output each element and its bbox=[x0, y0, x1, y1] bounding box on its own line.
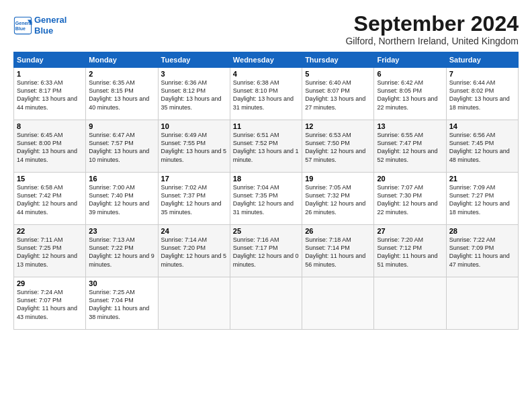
calendar-cell bbox=[230, 277, 302, 330]
day-info: Sunrise: 6:45 AMSunset: 8:00 PMDaylight:… bbox=[17, 131, 83, 164]
day-info: Sunrise: 6:40 AMSunset: 8:07 PMDaylight:… bbox=[305, 79, 371, 111]
day-number: 29 bbox=[17, 279, 83, 287]
calendar-cell: 22Sunrise: 7:11 AMSunset: 7:25 PMDayligh… bbox=[14, 225, 86, 277]
day-number: 10 bbox=[161, 122, 227, 130]
day-info: Sunrise: 6:36 AMSunset: 8:12 PMDaylight:… bbox=[161, 79, 227, 111]
calendar-cell: 7Sunrise: 6:44 AMSunset: 8:02 PMDaylight… bbox=[446, 68, 518, 120]
logo-line2: Blue bbox=[34, 26, 66, 36]
calendar-cell: 27Sunrise: 7:20 AMSunset: 7:12 PMDayligh… bbox=[374, 225, 446, 277]
day-info: Sunrise: 7:14 AMSunset: 7:20 PMDaylight:… bbox=[161, 236, 227, 269]
logo: General Blue General Blue bbox=[13, 15, 66, 36]
calendar-cell: 5Sunrise: 6:40 AMSunset: 8:07 PMDaylight… bbox=[302, 68, 374, 120]
day-number: 13 bbox=[377, 122, 443, 130]
calendar-cell bbox=[374, 277, 446, 330]
col-header-tuesday: Tuesday bbox=[158, 52, 230, 68]
day-info: Sunrise: 7:04 AMSunset: 7:35 PMDaylight:… bbox=[233, 183, 299, 216]
day-info: Sunrise: 6:49 AMSunset: 7:55 PMDaylight:… bbox=[161, 131, 227, 164]
col-header-friday: Friday bbox=[374, 52, 446, 68]
calendar-cell: 20Sunrise: 7:07 AMSunset: 7:30 PMDayligh… bbox=[374, 173, 446, 225]
day-number: 26 bbox=[305, 227, 371, 235]
day-number: 21 bbox=[449, 175, 515, 183]
calendar-cell: 28Sunrise: 7:22 AMSunset: 7:09 PMDayligh… bbox=[446, 225, 518, 277]
col-header-sunday: Sunday bbox=[14, 52, 86, 68]
day-number: 11 bbox=[233, 122, 299, 130]
calendar-cell: 17Sunrise: 7:02 AMSunset: 7:37 PMDayligh… bbox=[158, 173, 230, 225]
day-number: 16 bbox=[89, 175, 154, 183]
day-info: Sunrise: 6:44 AMSunset: 8:02 PMDaylight:… bbox=[449, 79, 515, 111]
day-number: 15 bbox=[17, 175, 83, 183]
calendar-cell: 26Sunrise: 7:18 AMSunset: 7:14 PMDayligh… bbox=[302, 225, 374, 277]
calendar-cell: 2Sunrise: 6:35 AMSunset: 8:15 PMDaylight… bbox=[86, 68, 158, 120]
title-block: September 2024 Gilford, Northern Ireland… bbox=[345, 12, 519, 46]
day-info: Sunrise: 7:00 AMSunset: 7:40 PMDaylight:… bbox=[89, 183, 154, 216]
day-number: 2 bbox=[89, 70, 154, 78]
calendar-cell: 25Sunrise: 7:16 AMSunset: 7:17 PMDayligh… bbox=[230, 225, 302, 277]
day-number: 1 bbox=[17, 70, 83, 78]
day-info: Sunrise: 7:02 AMSunset: 7:37 PMDaylight:… bbox=[161, 183, 227, 216]
day-number: 8 bbox=[17, 122, 83, 130]
day-number: 12 bbox=[305, 122, 371, 130]
day-number: 22 bbox=[17, 227, 83, 235]
day-number: 18 bbox=[233, 175, 299, 183]
day-number: 23 bbox=[89, 227, 154, 235]
calendar-cell: 12Sunrise: 6:53 AMSunset: 7:50 PMDayligh… bbox=[302, 120, 374, 173]
day-number: 5 bbox=[305, 70, 371, 78]
day-info: Sunrise: 7:09 AMSunset: 7:27 PMDaylight:… bbox=[449, 183, 515, 216]
day-info: Sunrise: 6:53 AMSunset: 7:50 PMDaylight:… bbox=[305, 131, 371, 164]
day-info: Sunrise: 7:20 AMSunset: 7:12 PMDaylight:… bbox=[377, 236, 443, 269]
calendar-cell: 24Sunrise: 7:14 AMSunset: 7:20 PMDayligh… bbox=[158, 225, 230, 277]
day-info: Sunrise: 7:25 AMSunset: 7:04 PMDaylight:… bbox=[89, 288, 154, 321]
calendar-cell bbox=[446, 277, 518, 330]
day-info: Sunrise: 6:56 AMSunset: 7:45 PMDaylight:… bbox=[449, 131, 515, 164]
calendar-cell: 13Sunrise: 6:55 AMSunset: 7:47 PMDayligh… bbox=[374, 120, 446, 173]
day-info: Sunrise: 7:11 AMSunset: 7:25 PMDaylight:… bbox=[17, 236, 83, 269]
day-info: Sunrise: 7:13 AMSunset: 7:22 PMDaylight:… bbox=[89, 236, 154, 269]
col-header-thursday: Thursday bbox=[302, 52, 374, 68]
day-info: Sunrise: 6:51 AMSunset: 7:52 PMDaylight:… bbox=[233, 131, 299, 164]
day-number: 24 bbox=[161, 227, 227, 235]
calendar-cell bbox=[158, 277, 230, 330]
calendar-cell: 11Sunrise: 6:51 AMSunset: 7:52 PMDayligh… bbox=[230, 120, 302, 173]
day-info: Sunrise: 7:22 AMSunset: 7:09 PMDaylight:… bbox=[449, 236, 515, 269]
calendar-cell: 14Sunrise: 6:56 AMSunset: 7:45 PMDayligh… bbox=[446, 120, 518, 173]
day-number: 20 bbox=[377, 175, 443, 183]
day-info: Sunrise: 7:05 AMSunset: 7:32 PMDaylight:… bbox=[305, 183, 371, 216]
day-number: 30 bbox=[89, 279, 154, 287]
col-header-monday: Monday bbox=[86, 52, 158, 68]
day-number: 19 bbox=[305, 175, 371, 183]
logo-line1: General bbox=[34, 15, 66, 26]
calendar-cell: 15Sunrise: 6:58 AMSunset: 7:42 PMDayligh… bbox=[14, 173, 86, 225]
col-header-wednesday: Wednesday bbox=[230, 52, 302, 68]
day-number: 6 bbox=[377, 70, 443, 78]
calendar-cell: 10Sunrise: 6:49 AMSunset: 7:55 PMDayligh… bbox=[158, 120, 230, 173]
calendar-table: SundayMondayTuesdayWednesdayThursdayFrid… bbox=[13, 52, 519, 330]
day-number: 17 bbox=[161, 175, 227, 183]
day-info: Sunrise: 6:42 AMSunset: 8:05 PMDaylight:… bbox=[377, 79, 443, 111]
day-number: 28 bbox=[449, 227, 515, 235]
calendar-cell: 6Sunrise: 6:42 AMSunset: 8:05 PMDaylight… bbox=[374, 68, 446, 120]
calendar-cell: 18Sunrise: 7:04 AMSunset: 7:35 PMDayligh… bbox=[230, 173, 302, 225]
col-header-saturday: Saturday bbox=[446, 52, 518, 68]
calendar-cell: 23Sunrise: 7:13 AMSunset: 7:22 PMDayligh… bbox=[86, 225, 158, 277]
calendar-cell: 9Sunrise: 6:47 AMSunset: 7:57 PMDaylight… bbox=[86, 120, 158, 173]
calendar-subtitle: Gilford, Northern Ireland, United Kingdo… bbox=[345, 36, 519, 46]
day-info: Sunrise: 6:35 AMSunset: 8:15 PMDaylight:… bbox=[89, 79, 154, 111]
day-number: 9 bbox=[89, 122, 154, 130]
day-number: 7 bbox=[449, 70, 515, 78]
day-number: 27 bbox=[377, 227, 443, 235]
svg-rect-0 bbox=[14, 17, 31, 34]
day-info: Sunrise: 7:24 AMSunset: 7:07 PMDaylight:… bbox=[17, 288, 83, 321]
day-info: Sunrise: 6:55 AMSunset: 7:47 PMDaylight:… bbox=[377, 131, 443, 164]
calendar-cell: 29Sunrise: 7:24 AMSunset: 7:07 PMDayligh… bbox=[14, 277, 86, 330]
calendar-cell: 3Sunrise: 6:36 AMSunset: 8:12 PMDaylight… bbox=[158, 68, 230, 120]
calendar-title: September 2024 bbox=[345, 12, 519, 36]
day-number: 14 bbox=[449, 122, 515, 130]
calendar-cell: 19Sunrise: 7:05 AMSunset: 7:32 PMDayligh… bbox=[302, 173, 374, 225]
day-info: Sunrise: 7:16 AMSunset: 7:17 PMDaylight:… bbox=[233, 236, 299, 269]
calendar-cell: 16Sunrise: 7:00 AMSunset: 7:40 PMDayligh… bbox=[86, 173, 158, 225]
day-info: Sunrise: 6:58 AMSunset: 7:42 PMDaylight:… bbox=[17, 183, 83, 216]
day-info: Sunrise: 7:07 AMSunset: 7:30 PMDaylight:… bbox=[377, 183, 443, 216]
calendar-cell: 30Sunrise: 7:25 AMSunset: 7:04 PMDayligh… bbox=[86, 277, 158, 330]
svg-text:Blue: Blue bbox=[15, 26, 26, 31]
calendar-cell: 8Sunrise: 6:45 AMSunset: 8:00 PMDaylight… bbox=[14, 120, 86, 173]
